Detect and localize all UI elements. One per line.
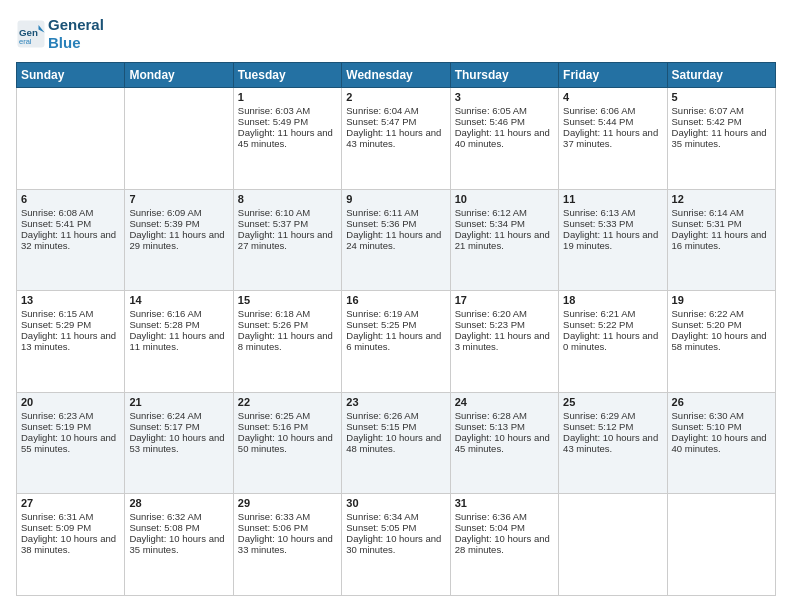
day-info: Sunrise: 6:03 AM xyxy=(238,105,337,116)
day-number: 10 xyxy=(455,193,554,205)
day-info: Sunset: 5:49 PM xyxy=(238,116,337,127)
day-info: Sunset: 5:44 PM xyxy=(563,116,662,127)
calendar-cell xyxy=(667,494,775,596)
day-info: Sunset: 5:29 PM xyxy=(21,319,120,330)
day-info: Sunrise: 6:08 AM xyxy=(21,207,120,218)
day-info: Sunrise: 6:28 AM xyxy=(455,410,554,421)
day-number: 23 xyxy=(346,396,445,408)
calendar-cell: 3Sunrise: 6:05 AMSunset: 5:46 PMDaylight… xyxy=(450,88,558,190)
calendar-cell: 30Sunrise: 6:34 AMSunset: 5:05 PMDayligh… xyxy=(342,494,450,596)
day-info: Sunrise: 6:09 AM xyxy=(129,207,228,218)
day-info: Sunset: 5:06 PM xyxy=(238,522,337,533)
day-info: Sunrise: 6:12 AM xyxy=(455,207,554,218)
logo-icon: Gen eral xyxy=(16,19,46,49)
day-info: Sunset: 5:36 PM xyxy=(346,218,445,229)
day-info: Sunrise: 6:20 AM xyxy=(455,308,554,319)
header: Gen eral General Blue xyxy=(16,16,776,52)
calendar-cell: 11Sunrise: 6:13 AMSunset: 5:33 PMDayligh… xyxy=(559,189,667,291)
day-info: Daylight: 11 hours and 32 minutes. xyxy=(21,229,120,251)
calendar-cell: 21Sunrise: 6:24 AMSunset: 5:17 PMDayligh… xyxy=(125,392,233,494)
day-number: 9 xyxy=(346,193,445,205)
day-info: Sunrise: 6:18 AM xyxy=(238,308,337,319)
day-number: 12 xyxy=(672,193,771,205)
day-info: Daylight: 10 hours and 35 minutes. xyxy=(129,533,228,555)
day-info: Sunset: 5:23 PM xyxy=(455,319,554,330)
calendar-cell: 14Sunrise: 6:16 AMSunset: 5:28 PMDayligh… xyxy=(125,291,233,393)
day-info: Sunrise: 6:23 AM xyxy=(21,410,120,421)
day-info: Daylight: 10 hours and 28 minutes. xyxy=(455,533,554,555)
day-info: Sunrise: 6:07 AM xyxy=(672,105,771,116)
day-info: Sunrise: 6:14 AM xyxy=(672,207,771,218)
day-info: Sunset: 5:39 PM xyxy=(129,218,228,229)
day-info: Sunset: 5:47 PM xyxy=(346,116,445,127)
calendar-week-row-5: 27Sunrise: 6:31 AMSunset: 5:09 PMDayligh… xyxy=(17,494,776,596)
day-info: Sunrise: 6:04 AM xyxy=(346,105,445,116)
day-number: 20 xyxy=(21,396,120,408)
day-info: Daylight: 11 hours and 6 minutes. xyxy=(346,330,445,352)
weekday-header-saturday: Saturday xyxy=(667,63,775,88)
day-info: Sunset: 5:41 PM xyxy=(21,218,120,229)
day-info: Sunrise: 6:24 AM xyxy=(129,410,228,421)
day-number: 8 xyxy=(238,193,337,205)
day-info: Daylight: 11 hours and 0 minutes. xyxy=(563,330,662,352)
day-number: 28 xyxy=(129,497,228,509)
day-number: 19 xyxy=(672,294,771,306)
day-info: Daylight: 11 hours and 24 minutes. xyxy=(346,229,445,251)
calendar-cell: 19Sunrise: 6:22 AMSunset: 5:20 PMDayligh… xyxy=(667,291,775,393)
svg-text:Gen: Gen xyxy=(19,27,38,38)
day-info: Sunrise: 6:06 AM xyxy=(563,105,662,116)
day-info: Sunset: 5:37 PM xyxy=(238,218,337,229)
calendar-week-row-2: 6Sunrise: 6:08 AMSunset: 5:41 PMDaylight… xyxy=(17,189,776,291)
calendar-cell: 8Sunrise: 6:10 AMSunset: 5:37 PMDaylight… xyxy=(233,189,341,291)
calendar-cell xyxy=(559,494,667,596)
day-number: 5 xyxy=(672,91,771,103)
day-number: 6 xyxy=(21,193,120,205)
day-info: Sunrise: 6:36 AM xyxy=(455,511,554,522)
day-number: 2 xyxy=(346,91,445,103)
day-number: 1 xyxy=(238,91,337,103)
day-info: Daylight: 10 hours and 33 minutes. xyxy=(238,533,337,555)
calendar-cell: 1Sunrise: 6:03 AMSunset: 5:49 PMDaylight… xyxy=(233,88,341,190)
day-info: Sunset: 5:25 PM xyxy=(346,319,445,330)
logo-text-line2: Blue xyxy=(48,34,104,52)
day-info: Sunset: 5:34 PM xyxy=(455,218,554,229)
day-info: Daylight: 11 hours and 8 minutes. xyxy=(238,330,337,352)
calendar-cell: 15Sunrise: 6:18 AMSunset: 5:26 PMDayligh… xyxy=(233,291,341,393)
day-info: Daylight: 11 hours and 29 minutes. xyxy=(129,229,228,251)
day-info: Daylight: 11 hours and 43 minutes. xyxy=(346,127,445,149)
day-info: Daylight: 11 hours and 16 minutes. xyxy=(672,229,771,251)
day-info: Sunrise: 6:26 AM xyxy=(346,410,445,421)
day-info: Daylight: 10 hours and 50 minutes. xyxy=(238,432,337,454)
calendar-cell: 12Sunrise: 6:14 AMSunset: 5:31 PMDayligh… xyxy=(667,189,775,291)
day-info: Sunset: 5:15 PM xyxy=(346,421,445,432)
calendar-cell: 20Sunrise: 6:23 AMSunset: 5:19 PMDayligh… xyxy=(17,392,125,494)
day-number: 21 xyxy=(129,396,228,408)
weekday-header-monday: Monday xyxy=(125,63,233,88)
day-info: Sunset: 5:16 PM xyxy=(238,421,337,432)
day-info: Sunrise: 6:33 AM xyxy=(238,511,337,522)
calendar-week-row-4: 20Sunrise: 6:23 AMSunset: 5:19 PMDayligh… xyxy=(17,392,776,494)
weekday-header-row: SundayMondayTuesdayWednesdayThursdayFrid… xyxy=(17,63,776,88)
calendar-cell: 17Sunrise: 6:20 AMSunset: 5:23 PMDayligh… xyxy=(450,291,558,393)
day-info: Sunset: 5:26 PM xyxy=(238,319,337,330)
calendar-cell: 13Sunrise: 6:15 AMSunset: 5:29 PMDayligh… xyxy=(17,291,125,393)
calendar-cell: 27Sunrise: 6:31 AMSunset: 5:09 PMDayligh… xyxy=(17,494,125,596)
calendar-cell: 25Sunrise: 6:29 AMSunset: 5:12 PMDayligh… xyxy=(559,392,667,494)
day-info: Sunset: 5:19 PM xyxy=(21,421,120,432)
calendar-cell: 23Sunrise: 6:26 AMSunset: 5:15 PMDayligh… xyxy=(342,392,450,494)
day-info: Daylight: 10 hours and 45 minutes. xyxy=(455,432,554,454)
calendar-cell: 26Sunrise: 6:30 AMSunset: 5:10 PMDayligh… xyxy=(667,392,775,494)
logo-text-line1: General xyxy=(48,16,104,34)
calendar-cell: 29Sunrise: 6:33 AMSunset: 5:06 PMDayligh… xyxy=(233,494,341,596)
day-info: Daylight: 10 hours and 53 minutes. xyxy=(129,432,228,454)
day-info: Daylight: 11 hours and 35 minutes. xyxy=(672,127,771,149)
day-number: 17 xyxy=(455,294,554,306)
day-info: Sunset: 5:04 PM xyxy=(455,522,554,533)
calendar-table: SundayMondayTuesdayWednesdayThursdayFrid… xyxy=(16,62,776,596)
day-info: Sunset: 5:17 PM xyxy=(129,421,228,432)
day-number: 25 xyxy=(563,396,662,408)
day-info: Daylight: 11 hours and 3 minutes. xyxy=(455,330,554,352)
day-number: 3 xyxy=(455,91,554,103)
calendar-page: Gen eral General Blue SundayMondayTuesda… xyxy=(0,0,792,612)
day-info: Daylight: 11 hours and 21 minutes. xyxy=(455,229,554,251)
